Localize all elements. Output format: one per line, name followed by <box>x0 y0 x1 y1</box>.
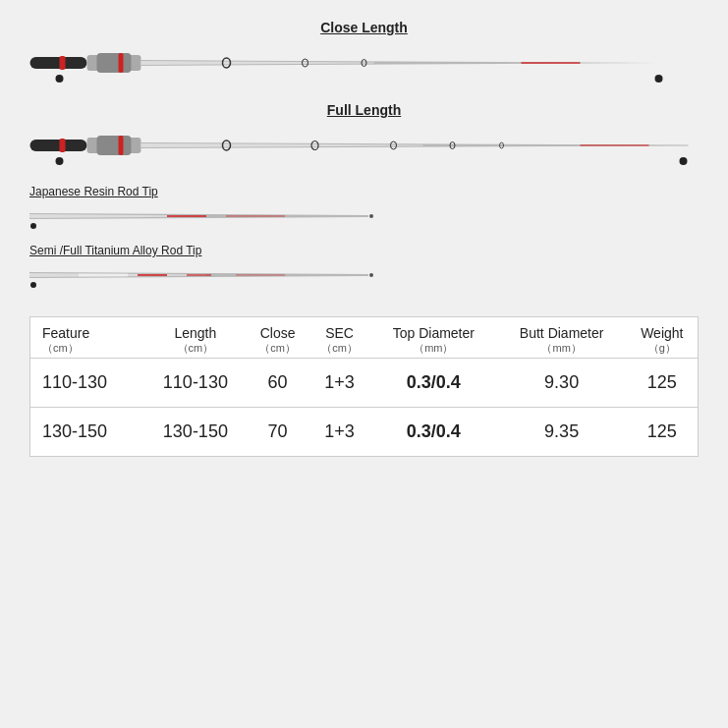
svg-rect-14 <box>60 139 66 152</box>
svg-rect-27 <box>581 144 649 146</box>
col-feature: Feature （cm） <box>30 317 144 359</box>
semi-full-tip-svg <box>29 261 383 289</box>
specs-table: Feature （cm） Length （cm） Close （cm） SEC … <box>30 317 698 456</box>
close-length-diagram: Close Length <box>29 20 699 84</box>
svg-point-33 <box>369 214 373 218</box>
svg-rect-31 <box>226 215 285 217</box>
semi-full-tip-section: Semi /Full Titanium Alloy Rod Tip <box>29 244 699 289</box>
svg-rect-13 <box>30 140 87 151</box>
svg-rect-37 <box>187 274 211 276</box>
main-container: Close Length <box>0 0 728 728</box>
full-rod-image <box>29 124 699 167</box>
table-header-row: Feature （cm） Length （cm） Close （cm） SEC … <box>30 317 698 359</box>
svg-rect-36 <box>138 274 167 276</box>
row2-close: 70 <box>247 408 308 457</box>
row2-feature: 130-150 <box>30 408 144 457</box>
row1-butt-diameter: 9.30 <box>497 359 627 408</box>
row1-sec: 1+3 <box>308 359 370 408</box>
svg-rect-30 <box>167 215 206 217</box>
col-sec: SEC （cm） <box>308 317 370 359</box>
svg-rect-0 <box>30 57 87 69</box>
col-butt-diameter: Butt Diameter （mm） <box>497 317 627 359</box>
semi-full-tip-image <box>29 261 699 289</box>
diagrams-section: Close Length <box>29 20 699 299</box>
row1-weight: 125 <box>627 359 698 408</box>
close-length-label: Close Length <box>29 20 699 35</box>
table-row: 110-130 110-130 60 1+3 0.3/0.4 9.30 125 <box>30 359 698 408</box>
svg-point-25 <box>56 157 64 165</box>
svg-rect-1 <box>60 56 66 70</box>
row2-sec: 1+3 <box>308 408 370 457</box>
col-length: Length （cm） <box>144 317 247 359</box>
col-weight: Weight （g） <box>627 317 698 359</box>
specs-table-section: Feature （cm） Length （cm） Close （cm） SEC … <box>29 316 699 457</box>
row2-top-diameter: 0.3/0.4 <box>370 408 497 457</box>
svg-rect-16 <box>97 136 132 155</box>
svg-point-41 <box>369 273 373 277</box>
svg-point-40 <box>30 282 36 288</box>
close-rod-image <box>29 41 699 84</box>
row1-length: 110-130 <box>144 359 247 408</box>
svg-point-32 <box>30 223 36 229</box>
svg-rect-12 <box>522 62 581 64</box>
svg-rect-39 <box>79 274 128 277</box>
close-rod-svg <box>29 41 699 84</box>
svg-rect-4 <box>119 53 124 73</box>
japanese-tip-section: Japanese Resin Rod Tip <box>29 185 699 230</box>
full-length-diagram: Full Length <box>29 102 699 167</box>
svg-rect-3 <box>97 53 132 73</box>
semi-full-tip-label: Semi /Full Titanium Alloy Rod Tip <box>29 244 699 257</box>
svg-point-26 <box>680 157 688 165</box>
col-top-diameter: Top Diameter （mm） <box>370 317 497 359</box>
table-row: 130-150 130-150 70 1+3 0.3/0.4 9.35 125 <box>30 408 698 457</box>
row2-weight: 125 <box>627 408 698 457</box>
full-rod-svg <box>29 124 699 167</box>
full-length-label: Full Length <box>29 102 699 118</box>
row2-butt-diameter: 9.35 <box>497 408 627 457</box>
row1-top-diameter: 0.3/0.4 <box>370 359 497 408</box>
row2-length: 130-150 <box>144 408 247 457</box>
japanese-tip-image <box>29 202 699 230</box>
col-close: Close （cm） <box>247 317 308 359</box>
svg-point-10 <box>56 75 64 83</box>
row1-feature: 110-130 <box>30 359 144 408</box>
row1-close: 60 <box>247 359 308 408</box>
svg-rect-17 <box>119 136 124 155</box>
japanese-tip-svg <box>29 202 383 230</box>
svg-point-11 <box>655 75 663 83</box>
japanese-tip-label: Japanese Resin Rod Tip <box>29 185 699 198</box>
svg-rect-38 <box>236 274 285 276</box>
